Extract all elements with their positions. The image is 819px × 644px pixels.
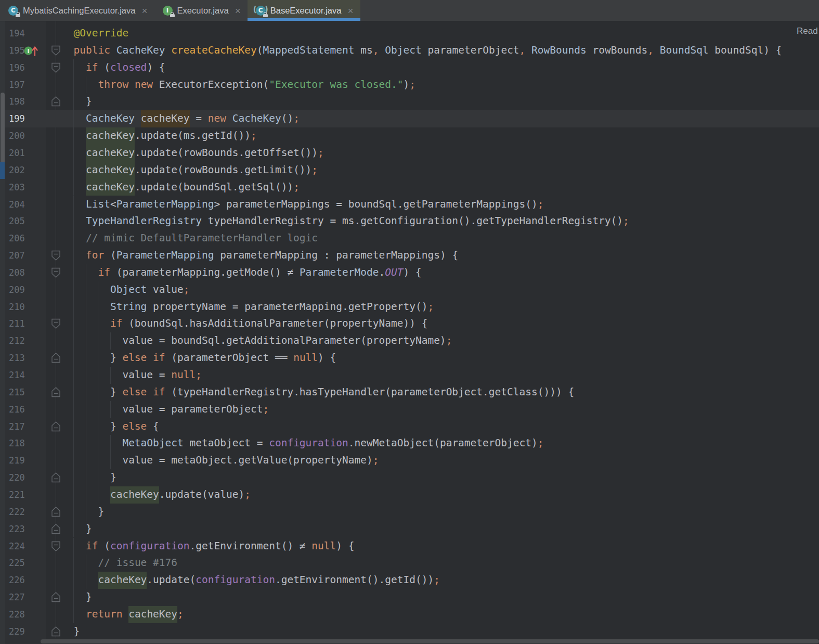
line-number[interactable]: 214 bbox=[9, 367, 35, 384]
line-number[interactable]: 194 bbox=[9, 25, 35, 42]
code-text[interactable]: Object value; bbox=[110, 281, 190, 299]
line-number[interactable]: 229 bbox=[9, 623, 35, 640]
fold-start-icon[interactable] bbox=[50, 250, 61, 263]
code-text[interactable]: cacheKey.update(value); bbox=[110, 486, 251, 504]
code-text[interactable]: cacheKey.update(configuration.getEnviron… bbox=[98, 572, 439, 589]
fold-start-icon[interactable] bbox=[50, 318, 61, 331]
line-number[interactable]: 199 bbox=[9, 110, 35, 127]
line-number[interactable]: 196 bbox=[9, 59, 35, 76]
code-text[interactable]: } bbox=[110, 469, 116, 486]
line-number[interactable]: 201 bbox=[9, 145, 35, 162]
fold-end-icon[interactable] bbox=[50, 387, 61, 400]
code-text[interactable]: // mimic DefaultParameterHandler logic bbox=[86, 230, 318, 247]
line-number[interactable]: 209 bbox=[9, 281, 35, 299]
code-text[interactable]: String propertyName = parameterMapping.g… bbox=[110, 299, 434, 316]
code-text[interactable]: cacheKey.update(boundSql.getSql()); bbox=[86, 179, 300, 196]
line-number[interactable]: 197 bbox=[9, 76, 35, 94]
line-number[interactable]: 223 bbox=[9, 521, 35, 538]
interface-icon: I bbox=[162, 5, 173, 16]
code-text[interactable]: } else if (parameterObject ══ null) { bbox=[110, 350, 336, 367]
line-number[interactable]: 203 bbox=[9, 179, 35, 196]
line-number[interactable]: 207 bbox=[9, 247, 35, 264]
tab-baseexecutor-java[interactable]: ()CBaseExecutor.java× bbox=[248, 0, 360, 21]
code-text[interactable]: throw new ExecutorException("Executor wa… bbox=[98, 76, 415, 94]
code-text[interactable]: CacheKey cacheKey = new CacheKey(); bbox=[86, 110, 300, 127]
fold-end-icon[interactable] bbox=[50, 523, 61, 537]
line-number[interactable]: 211 bbox=[9, 315, 35, 332]
overrides-method-icon[interactable]: I bbox=[24, 44, 38, 59]
code-text[interactable]: return cacheKey; bbox=[86, 606, 184, 623]
code-text[interactable]: } else { bbox=[110, 418, 159, 435]
line-number[interactable]: 228 bbox=[9, 606, 35, 623]
fold-end-icon[interactable] bbox=[50, 591, 61, 605]
fold-end-icon[interactable] bbox=[50, 96, 61, 109]
code-text[interactable]: } bbox=[98, 504, 104, 521]
code-text[interactable]: public CacheKey createCacheKey(MappedSta… bbox=[73, 42, 782, 59]
line-number[interactable]: 202 bbox=[9, 162, 35, 179]
line-number[interactable]: 226 bbox=[9, 572, 35, 589]
code-text[interactable]: value = boundSql.getAdditionalParameter(… bbox=[122, 332, 452, 350]
line-number[interactable]: 221 bbox=[9, 486, 35, 504]
editor-code-area[interactable]: 194@Override195Ipublic CacheKey createCa… bbox=[0, 21, 819, 644]
tab-executor-java[interactable]: IExecutor.java× bbox=[154, 0, 248, 21]
line-number[interactable]: 217 bbox=[9, 418, 35, 435]
line-number[interactable]: 218 bbox=[9, 435, 35, 452]
fold-end-icon[interactable] bbox=[50, 506, 61, 520]
line-number[interactable]: 198 bbox=[9, 93, 35, 110]
fold-end-icon[interactable] bbox=[50, 352, 61, 366]
tab-close-icon[interactable]: × bbox=[141, 6, 147, 16]
indent-guide bbox=[86, 555, 86, 572]
code-text[interactable]: value = null; bbox=[122, 367, 202, 384]
reader-mode-label[interactable]: Read bbox=[797, 26, 819, 38]
code-text[interactable]: @Override bbox=[73, 25, 128, 42]
code-text[interactable]: if (closed) { bbox=[86, 59, 165, 76]
code-text[interactable]: } bbox=[86, 521, 92, 538]
line-number[interactable]: 227 bbox=[9, 589, 35, 606]
fold-start-icon[interactable] bbox=[50, 267, 61, 280]
code-text[interactable]: value = metaObject.getValue(propertyName… bbox=[122, 452, 379, 469]
line-number[interactable]: 208 bbox=[9, 264, 35, 281]
line-number[interactable]: 210 bbox=[9, 299, 35, 316]
line-number[interactable]: 222 bbox=[9, 504, 35, 521]
line-number[interactable]: 213 bbox=[9, 350, 35, 367]
horizontal-scrollbar-thumb[interactable] bbox=[41, 639, 819, 643]
tab-mybatiscachingexecutor-java[interactable]: CMybatisCachingExecutor.java× bbox=[0, 0, 154, 21]
line-number[interactable]: 206 bbox=[9, 230, 35, 247]
code-text[interactable]: cacheKey.update(ms.getId()); bbox=[86, 127, 257, 145]
line-number[interactable]: 204 bbox=[9, 196, 35, 213]
fold-start-icon[interactable] bbox=[50, 62, 61, 75]
code-text[interactable]: List<ParameterMapping> parameterMappings… bbox=[86, 196, 544, 213]
line-number[interactable]: 225 bbox=[9, 555, 35, 572]
line-number[interactable]: 219 bbox=[9, 452, 35, 469]
code-text[interactable]: } else if (typeHandlerRegistry.hasTypeHa… bbox=[110, 384, 574, 401]
code-text[interactable]: cacheKey.update(rowBounds.getOffset()); bbox=[86, 145, 324, 162]
line-number[interactable]: 215 bbox=[9, 384, 35, 401]
code-text[interactable]: cacheKey.update(rowBounds.getLimit()); bbox=[86, 162, 318, 179]
code-text[interactable]: value = parameterObject; bbox=[122, 401, 269, 418]
code-text[interactable]: if (configuration.getEnvironment() ≠ nul… bbox=[86, 538, 355, 555]
code-text[interactable]: if (boundSql.hasAdditionalParameter(prop… bbox=[110, 315, 427, 332]
code-text[interactable]: } bbox=[86, 589, 92, 606]
fold-start-icon[interactable] bbox=[50, 540, 61, 554]
fold-end-icon[interactable] bbox=[50, 472, 61, 485]
line-number[interactable]: 205 bbox=[9, 213, 35, 230]
line-number[interactable]: 224 bbox=[9, 538, 35, 555]
code-text[interactable]: MetaObject metaObject = configuration.ne… bbox=[122, 435, 543, 452]
code-text[interactable]: // issue #176 bbox=[98, 555, 177, 572]
code-line: 204List<ParameterMapping> parameterMappi… bbox=[0, 196, 819, 213]
code-text[interactable]: TypeHandlerRegistry typeHandlerRegistry … bbox=[86, 213, 629, 230]
tab-close-icon[interactable]: × bbox=[347, 6, 353, 16]
fold-end-icon[interactable] bbox=[50, 626, 61, 639]
line-number[interactable]: 212 bbox=[9, 332, 35, 350]
indent-guide bbox=[73, 435, 74, 452]
line-number[interactable]: 220 bbox=[9, 469, 35, 486]
line-number[interactable]: 200 bbox=[9, 127, 35, 145]
fold-start-icon[interactable] bbox=[50, 45, 61, 58]
tab-close-icon[interactable]: × bbox=[235, 6, 241, 16]
code-text[interactable]: for (ParameterMapping parameterMapping :… bbox=[86, 247, 458, 264]
code-text[interactable]: } bbox=[86, 93, 92, 110]
fold-end-icon[interactable] bbox=[50, 421, 61, 434]
code-text[interactable]: if (parameterMapping.getMode() ≠ Paramet… bbox=[98, 264, 421, 281]
code-text[interactable]: } bbox=[73, 623, 80, 640]
line-number[interactable]: 216 bbox=[9, 401, 35, 418]
